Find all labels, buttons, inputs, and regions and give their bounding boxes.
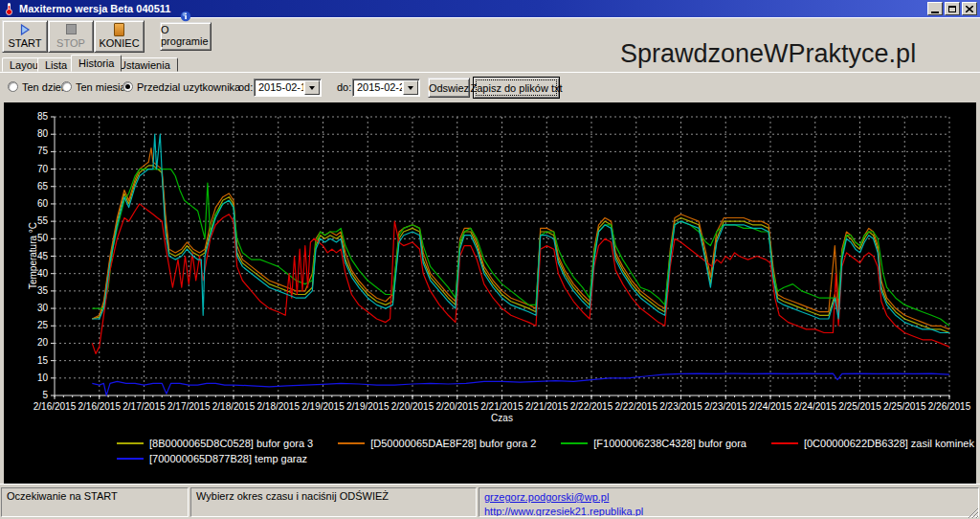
svg-text:35: 35 (37, 285, 49, 296)
legend-item: [F1000006238C4328] bufor gora (561, 438, 746, 449)
svg-text:15: 15 (37, 355, 49, 366)
svg-text:2/25/2015: 2/25/2015 (883, 401, 926, 412)
svg-text:50: 50 (37, 233, 49, 243)
thermometer-icon (3, 2, 15, 15)
svg-text:2/21/2015: 2/21/2015 (525, 401, 568, 412)
series-color-swatch (338, 442, 365, 444)
svg-text:10: 10 (37, 372, 49, 383)
status-bar: Oczekiwanie na START Wybierz okres czasu… (0, 484, 980, 519)
toolbar: START STOP KONIEC O programie Sprawdzone… (0, 17, 980, 56)
start-button-label: START (8, 37, 41, 49)
from-date-dropdown-button[interactable] (304, 80, 320, 95)
svg-text:2/26/2015: 2/26/2015 (928, 401, 971, 412)
legend-label: [D50000065DAE8F28] bufor gora 2 (370, 438, 536, 449)
legend-label: [F1000006238C4328] bufor gora (593, 438, 746, 449)
svg-text:Czas: Czas (491, 413, 513, 423)
svg-text:2/18/2015: 2/18/2015 (212, 401, 256, 412)
to-date-dropdown-button[interactable] (403, 80, 418, 95)
refresh-button[interactable]: Odswiez (428, 78, 470, 98)
close-button[interactable] (962, 2, 977, 15)
svg-text:55: 55 (37, 215, 49, 226)
email-link[interactable]: grzegorz.podgorski@wp.pl (484, 490, 973, 505)
legend-label: [700000065D877B28] temp garaz (149, 453, 307, 464)
legend-item: [0C00000622DB6328] zasil kominek (771, 438, 974, 449)
series-color-swatch (117, 458, 144, 460)
from-date-label: od: (238, 81, 253, 93)
svg-text:80: 80 (37, 128, 49, 139)
minimize-button[interactable] (927, 2, 943, 15)
svg-text:5: 5 (42, 390, 48, 400)
radio-przedzial-uzytkownika[interactable] (122, 81, 133, 92)
legend-item: [700000065D877B28] temp garaz (117, 453, 307, 464)
legend-row: [8B0000065D8C0528] bufor gora 3 [D500000… (117, 438, 980, 449)
legend-item: [D50000065DAE8F28] bufor gora 2 (338, 438, 536, 449)
tab-lista[interactable]: Lista (37, 57, 75, 72)
from-date-combobox[interactable]: 2015-02-16 (254, 79, 322, 97)
save-to-txt-button[interactable]: Zapisz do plików txt (473, 77, 560, 99)
svg-text:65: 65 (37, 181, 49, 192)
titlebar: Maxitermo wersja Beta 040511 (0, 0, 980, 17)
svg-text:30: 30 (37, 303, 49, 313)
chevron-down-icon (309, 86, 315, 90)
close-icon (966, 6, 973, 12)
to-date-combobox[interactable]: 2015-02-26 (352, 79, 420, 97)
stop-icon (66, 23, 77, 35)
exit-icon (114, 23, 124, 35)
svg-text:2/24/2015: 2/24/2015 (794, 401, 837, 412)
legend-row: [700000065D877B28] temp garaz (117, 453, 980, 464)
svg-text:20: 20 (37, 337, 49, 348)
chevron-down-icon (408, 86, 413, 90)
website-link[interactable]: http://www.grzesiek21.republika.pl (484, 505, 973, 517)
svg-text:45: 45 (37, 251, 49, 261)
svg-text:75: 75 (37, 146, 49, 156)
legend-item: [8B0000065D8C0528] bufor gora 3 (117, 438, 313, 449)
minimize-icon (931, 11, 939, 13)
radio-przedzial-label[interactable]: Przedzial uzytkownika (137, 81, 240, 93)
resize-grip[interactable] (967, 507, 979, 519)
window-title: Maxitermo wersja Beta 040511 (19, 3, 925, 14)
svg-text:70: 70 (37, 164, 49, 174)
svg-text:2/17/2015: 2/17/2015 (167, 401, 211, 412)
status-hint-text: Wybierz okres czasu i naciśnij ODŚWIEŻ (196, 490, 389, 502)
svg-text:2/18/2015: 2/18/2015 (257, 401, 301, 412)
start-button[interactable]: START (2, 20, 48, 53)
svg-text:2/19/2015: 2/19/2015 (301, 401, 345, 412)
radio-ten-miesiac[interactable] (61, 81, 72, 92)
svg-text:2/23/2015: 2/23/2015 (704, 401, 747, 412)
svg-text:2/23/2015: 2/23/2015 (659, 401, 702, 412)
status-state-text: Oczekiwanie na START (7, 490, 118, 502)
svg-text:2/25/2015: 2/25/2015 (838, 401, 881, 412)
svg-text:2/19/2015: 2/19/2015 (346, 401, 390, 412)
chart-panel: 8580757065605550454035302520151052/16/20… (4, 102, 976, 484)
svg-text:2/21/2015: 2/21/2015 (480, 401, 523, 412)
svg-text:60: 60 (37, 198, 49, 209)
to-date-value: 2015-02-26 (353, 79, 402, 96)
svg-text:2/20/2015: 2/20/2015 (391, 401, 434, 412)
svg-text:2/20/2015: 2/20/2015 (436, 401, 479, 412)
svg-text:2/24/2015: 2/24/2015 (749, 401, 792, 412)
info-icon (180, 11, 191, 22)
status-panel-links: grzegorz.podgorski@wp.pl http://www.grze… (479, 487, 979, 517)
maximize-button[interactable] (945, 2, 960, 15)
status-panel-state: Oczekiwanie na START (1, 487, 189, 517)
legend-label: [0C00000622DB6328] zasil kominek (804, 438, 974, 449)
maximize-icon (948, 6, 956, 12)
temperature-chart: 8580757065605550454035302520151052/16/20… (4, 102, 976, 484)
radio-ten-dzien-label[interactable]: Ten dzien (22, 81, 67, 93)
stop-button-label: STOP (56, 37, 85, 49)
about-button-label: O programie (161, 24, 211, 47)
tab-historia[interactable]: Historia (71, 55, 122, 72)
svg-text:2/16/2015: 2/16/2015 (33, 401, 77, 412)
svg-text:2/22/2015: 2/22/2015 (570, 401, 613, 412)
svg-text:25: 25 (37, 320, 49, 330)
filter-bar: Ten dzien Ten miesiac Przedzial uzytkown… (0, 72, 980, 103)
play-icon (19, 23, 31, 35)
koniec-button[interactable]: KONIEC (94, 20, 145, 53)
svg-text:40: 40 (37, 268, 49, 279)
radio-ten-dzien[interactable] (8, 81, 18, 92)
series-color-swatch (771, 442, 798, 444)
series-color-swatch (561, 442, 588, 444)
svg-text:2/22/2015: 2/22/2015 (615, 401, 658, 412)
about-button[interactable]: O programie (160, 22, 212, 51)
stop-button[interactable]: STOP (48, 20, 94, 53)
